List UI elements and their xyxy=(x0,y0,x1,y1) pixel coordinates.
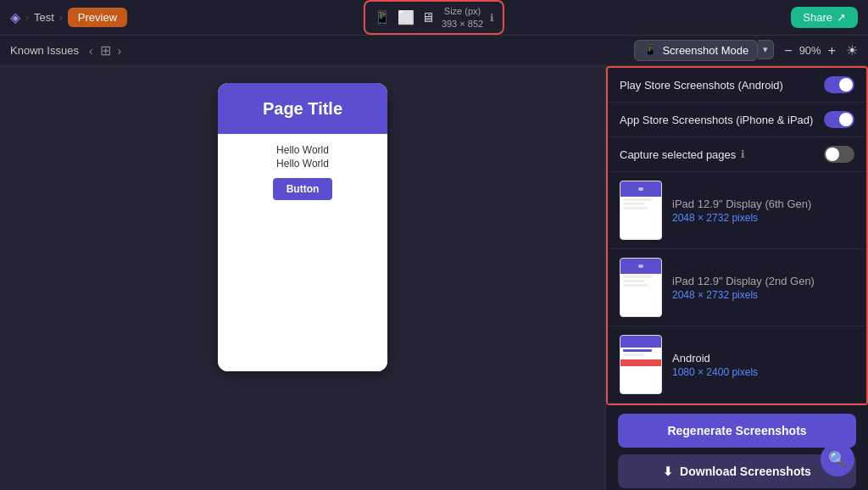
info-icon[interactable]: ℹ xyxy=(490,12,494,24)
device-item-ipad-2: iPad 12.9" Display (2nd Gen) 2048 × 2732… xyxy=(608,249,866,326)
phone-body: Hello World Hello World Button xyxy=(218,134,387,371)
capture-knob xyxy=(826,148,839,161)
phone-header: Page Title xyxy=(218,83,387,134)
share-button[interactable]: Share ↗ xyxy=(791,7,858,28)
capture-option: Capture selected pages ℹ xyxy=(608,137,866,172)
hello-text-2: Hello World xyxy=(276,158,329,170)
search-fab[interactable]: 🔍 xyxy=(821,443,854,476)
prev-arrow[interactable]: ‹ xyxy=(86,42,97,59)
ipad-2-name: iPad 12.9" Display (2nd Gen) xyxy=(672,275,854,287)
breadcrumb-test: Test xyxy=(34,11,54,24)
android-pixels: 1080 × 2400 pixels xyxy=(672,366,854,378)
regenerate-button[interactable]: Regenerate Screenshots xyxy=(618,414,856,448)
device-item-ipad-6: iPad 12.9" Display (6th Gen) 2048 × 2732… xyxy=(608,172,866,249)
play-store-knob xyxy=(839,78,853,92)
known-issues-area: Known Issues ‹ ⊞ › xyxy=(10,42,125,59)
android-thumb-header xyxy=(620,336,661,348)
capture-label: Capture selected pages ℹ xyxy=(620,148,745,161)
mobile-icon[interactable]: 📱 xyxy=(374,9,391,25)
ipad-thumb-header xyxy=(620,181,661,197)
app-store-option: App Store Screenshots (iPhone & iPad) xyxy=(608,103,866,137)
desktop-icon[interactable]: 🖥 xyxy=(421,10,435,25)
zoom-out-button[interactable]: − xyxy=(781,43,795,58)
ipad-2-info: iPad 12.9" Display (2nd Gen) 2048 × 2732… xyxy=(672,275,854,301)
ipad-6-info: iPad 12.9" Display (6th Gen) 2048 × 2732… xyxy=(672,198,854,224)
android-info: Android 1080 × 2400 pixels xyxy=(672,352,854,378)
screenshot-mode-wrapper: 📱 Screenshot Mode ▾ xyxy=(634,40,774,61)
nav-arrows: ‹ ⊞ › xyxy=(86,42,125,59)
ipad-6-thumbnail xyxy=(620,181,662,240)
screenshot-options: Play Store Screenshots (Android) App Sto… xyxy=(606,66,868,405)
size-dimensions: 393 × 852 xyxy=(442,18,483,30)
screenshot-mode-dropdown[interactable]: ▾ xyxy=(758,40,774,59)
phone-button[interactable]: Button xyxy=(273,178,333,200)
android-name: Android xyxy=(672,352,854,365)
screenshot-mode-button[interactable]: 📱 Screenshot Mode xyxy=(634,40,758,61)
canvas-area: Page Title Hello World Hello World Butto… xyxy=(0,66,605,490)
zoom-level: 90% xyxy=(799,44,821,57)
brightness-button[interactable]: ☀ xyxy=(846,42,858,58)
preview-button[interactable]: Preview xyxy=(68,8,127,27)
known-issues-label: Known Issues xyxy=(10,44,79,57)
next-arrow[interactable]: › xyxy=(114,42,125,59)
ipad-2-thumb-header xyxy=(620,259,661,274)
app-icon: ◈ xyxy=(10,9,20,25)
ipad-6-pixels: 2048 × 2732 pixels xyxy=(672,212,854,224)
download-icon: ⬇ xyxy=(663,465,673,478)
ipad-6-name: iPad 12.9" Display (6th Gen) xyxy=(672,198,854,210)
size-info: Size (px) 393 × 852 xyxy=(442,5,483,30)
phone-small-icon: 📱 xyxy=(643,44,657,57)
android-thumbnail xyxy=(620,335,662,394)
screenshot-mode-label: Screenshot Mode xyxy=(662,44,748,57)
share-label: Share xyxy=(803,11,832,24)
device-item-android: Android 1080 × 2400 pixels xyxy=(608,326,866,404)
zoom-in-button[interactable]: + xyxy=(825,43,839,58)
size-label: Size (px) xyxy=(442,5,483,17)
grid-icon[interactable]: ⊞ xyxy=(100,42,111,58)
second-bar: Known Issues ‹ ⊞ › 📱 Screenshot Mode ▾ −… xyxy=(0,36,868,66)
play-store-option: Play Store Screenshots (Android) xyxy=(608,68,866,103)
share-icon: ↗ xyxy=(837,11,846,24)
right-panel: Play Store Screenshots (Android) App Sto… xyxy=(605,66,868,490)
hello-text-1: Hello World xyxy=(276,144,329,156)
ipad-2-pixels: 2048 × 2732 pixels xyxy=(672,289,854,301)
play-store-label: Play Store Screenshots (Android) xyxy=(620,79,783,92)
app-store-label: App Store Screenshots (iPhone & iPad) xyxy=(620,114,813,126)
tablet-icon[interactable]: ⬜ xyxy=(398,9,415,25)
zoom-controls: − 90% + xyxy=(781,43,839,58)
device-selector: 📱 ⬜ 🖥 Size (px) 393 × 852 ℹ xyxy=(364,0,504,35)
phone-mockup: Page Title Hello World Hello World Butto… xyxy=(218,83,387,371)
play-store-toggle[interactable] xyxy=(824,76,854,93)
app-store-toggle[interactable] xyxy=(824,111,854,128)
capture-toggle[interactable] xyxy=(824,146,854,163)
main-content: Page Title Hello World Hello World Butto… xyxy=(0,66,868,490)
download-label: Download Screenshots xyxy=(680,465,811,478)
right-toolbar: 📱 Screenshot Mode ▾ − 90% + ☀ xyxy=(634,40,858,61)
top-nav: ◈ › Test › Preview 📱 ⬜ 🖥 Size (px) 393 ×… xyxy=(0,0,868,36)
capture-info-icon[interactable]: ℹ xyxy=(741,148,745,160)
search-icon: 🔍 xyxy=(828,450,847,469)
phone-page-title: Page Title xyxy=(263,99,342,119)
app-store-knob xyxy=(839,113,853,126)
breadcrumb: ◈ › Test › Preview xyxy=(10,8,127,27)
ipad-2-thumbnail xyxy=(620,258,662,317)
android-thumb-footer xyxy=(620,359,661,366)
